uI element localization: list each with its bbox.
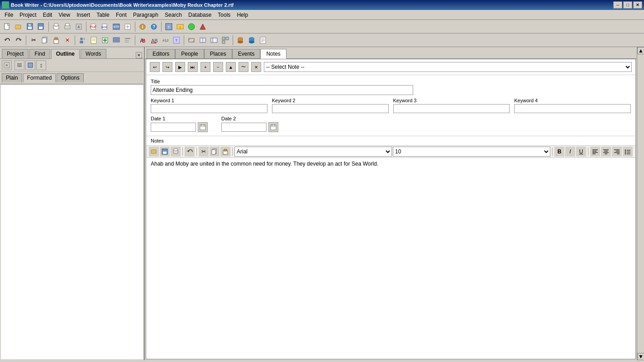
menu-font[interactable]: Font <box>113 11 129 19</box>
align-right-button[interactable] <box>612 147 622 157</box>
font-select[interactable]: Arial Times New Roman Courier New <box>234 147 392 157</box>
menu-table[interactable]: Table <box>94 11 112 19</box>
nav-add[interactable]: + <box>200 62 210 72</box>
tab-find[interactable]: Find <box>29 49 50 58</box>
notes-open-button[interactable] <box>149 147 159 157</box>
notes-print-button[interactable] <box>171 147 181 157</box>
select-note-dropdown[interactable]: -- Select Note -- <box>264 62 632 72</box>
date2-calendar-button[interactable] <box>268 122 278 132</box>
keyword1-input[interactable] <box>151 104 267 113</box>
db2-button[interactable] <box>246 35 257 46</box>
maximize-button[interactable]: □ <box>623 1 632 9</box>
menu-paragraph[interactable]: Paragraph <box>130 11 161 19</box>
export2-button[interactable]: DOC <box>100 21 110 32</box>
new-button[interactable] <box>2 21 13 32</box>
save-all-button[interactable] <box>36 21 47 32</box>
bold-button[interactable]: B <box>554 147 564 157</box>
nav-forward[interactable]: ↪ <box>162 62 172 72</box>
tab-events[interactable]: Events <box>232 49 261 58</box>
tab-people[interactable]: People <box>175 49 204 58</box>
bullet-list-button[interactable] <box>623 147 633 157</box>
note-button[interactable] <box>88 35 99 46</box>
open-button[interactable] <box>13 21 24 32</box>
tool3-button[interactable] <box>186 21 197 32</box>
report-button[interactable] <box>258 35 268 46</box>
view4-button[interactable] <box>220 35 231 46</box>
chapter-button[interactable] <box>122 35 133 46</box>
help-button[interactable]: ? <box>148 21 159 32</box>
thesaurus-button[interactable]: T <box>171 35 182 46</box>
subtab-plain[interactable]: Plain <box>2 73 22 82</box>
notes-save-button[interactable] <box>160 147 170 157</box>
db1-button[interactable] <box>235 35 246 46</box>
menu-insert[interactable]: Insert <box>74 11 93 19</box>
print-button[interactable] <box>51 21 62 32</box>
insert-button[interactable] <box>100 35 110 46</box>
nav-next[interactable]: ⏭ <box>188 62 198 72</box>
underline-button[interactable]: U <box>576 147 586 157</box>
notes-cut-button[interactable]: ✂ <box>199 147 209 157</box>
tab-outline[interactable]: Outline <box>51 49 80 59</box>
outline-add[interactable]: ↕ <box>36 60 46 70</box>
date2-input[interactable] <box>221 123 267 132</box>
tab-editors[interactable]: Editors <box>147 49 175 58</box>
nav-back[interactable]: ↩ <box>150 62 160 72</box>
fullscreen-button[interactable] <box>186 35 197 46</box>
export4-button[interactable] <box>122 21 133 32</box>
word-count-button[interactable]: #123 <box>160 35 171 46</box>
tab-places[interactable]: Places <box>204 49 232 58</box>
nav-x[interactable]: ✕ <box>251 62 261 72</box>
view3-button[interactable] <box>209 35 219 46</box>
close-button[interactable]: ✕ <box>633 1 642 9</box>
tab-words[interactable]: Words <box>81 49 106 58</box>
date1-input[interactable] <box>151 123 196 132</box>
export-button[interactable]: PDF <box>88 21 99 32</box>
outline-nav1[interactable]: ≡ <box>2 60 12 70</box>
scrollbar[interactable]: ▲ ▼ <box>637 47 644 360</box>
keyword4-input[interactable] <box>514 104 631 113</box>
cut-button[interactable]: ✂ <box>28 35 39 46</box>
align-center-button[interactable] <box>601 147 611 157</box>
font-size-select[interactable]: 10 8 9 11 12 14 <box>393 147 550 157</box>
redo-button[interactable] <box>13 35 24 46</box>
notes-copy-button[interactable] <box>210 147 219 157</box>
tool1-button[interactable]: T <box>163 21 174 32</box>
save-button[interactable] <box>24 21 35 32</box>
outline-edit[interactable] <box>25 60 35 70</box>
align-left-button[interactable] <box>590 147 600 157</box>
paste-button[interactable] <box>51 35 62 46</box>
nav-minus[interactable]: − <box>213 62 223 72</box>
notes-paste-button[interactable] <box>220 147 230 157</box>
outline-list[interactable] <box>14 60 24 70</box>
clear-button[interactable]: ✕ <box>62 35 73 46</box>
subtab-formatted[interactable]: Formatted <box>23 73 56 82</box>
section-button[interactable] <box>111 35 122 46</box>
italic-button[interactable]: I <box>565 147 575 157</box>
menu-edit[interactable]: Edit <box>40 11 55 19</box>
menu-project[interactable]: Project <box>17 11 39 19</box>
tool2-button[interactable]: ☆ <box>175 21 186 32</box>
print3-button[interactable]: A <box>73 21 84 32</box>
menu-search[interactable]: Search <box>162 11 185 19</box>
persons-button[interactable] <box>77 35 88 46</box>
menu-file[interactable]: File <box>2 11 16 19</box>
undo-button[interactable] <box>2 35 13 46</box>
menu-tools[interactable]: Tools <box>215 11 233 19</box>
tool4-button[interactable] <box>197 21 208 32</box>
nav-play[interactable]: ▶ <box>175 62 185 72</box>
view2-button[interactable] <box>197 35 208 46</box>
export3-button[interactable]: RTF <box>111 21 122 32</box>
title-input[interactable] <box>151 85 413 95</box>
spell2-button[interactable]: AB <box>148 35 159 46</box>
keyword2-input[interactable] <box>272 104 389 113</box>
menu-help[interactable]: Help <box>234 11 251 19</box>
notes-undo-button[interactable] <box>185 147 195 157</box>
date1-calendar-button[interactable] <box>198 122 208 132</box>
notes-text-area[interactable]: Ahab and Moby are united in the common n… <box>146 158 635 359</box>
scroll-down[interactable]: ▼ <box>637 353 644 360</box>
scroll-up[interactable]: ▲ <box>637 47 644 54</box>
tab-notes[interactable]: Notes <box>260 49 286 59</box>
copy-button[interactable] <box>39 35 50 46</box>
nav-wave[interactable]: 〜 <box>239 62 248 72</box>
left-panel-close[interactable]: ✕ <box>136 52 142 58</box>
